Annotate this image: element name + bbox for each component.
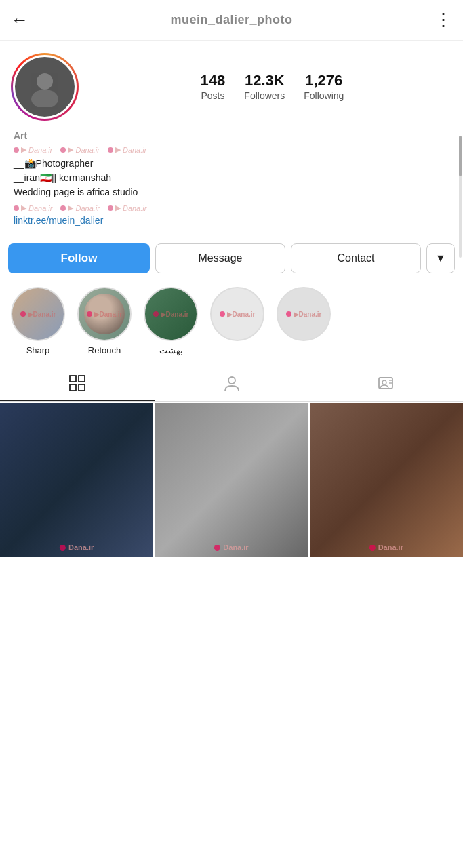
dropdown-button[interactable]: ▼: [426, 243, 455, 273]
highlight-circle-behesht: ▶Dana.ir: [144, 287, 198, 341]
follow-button[interactable]: Follow: [8, 243, 150, 273]
highlight-label-sharp: Sharp: [26, 345, 50, 355]
highlight-sharp[interactable]: ▶Dana.ir Sharp: [11, 287, 65, 355]
contact-icon: [377, 374, 395, 392]
highlight-circle-retouch: ▶Dana.ir: [77, 287, 132, 341]
message-button[interactable]: Message: [155, 243, 285, 273]
grid-tab[interactable]: [0, 366, 155, 401]
bio-section: Art ▶ Dana.ir ▶ Dana.ir ▶ Dana.ir __📸Pho…: [11, 130, 452, 226]
posts-stat[interactable]: 148 Posts: [201, 72, 226, 102]
avatar-ring[interactable]: [11, 53, 79, 121]
bio-line2: __iran🇮🇷|| kermanshah: [14, 171, 449, 185]
scroll-indicator: [459, 136, 462, 258]
back-button[interactable]: ←: [11, 9, 28, 31]
photo-grid: Dana.ir Dana.ir Dana.ir: [0, 403, 463, 557]
highlight-behesht[interactable]: ▶Dana.ir بهشت: [144, 287, 198, 355]
highlight-empty1[interactable]: ▶Dana.ir: [210, 287, 264, 355]
scroll-thumb: [459, 136, 462, 176]
followers-count: 12.3K: [244, 72, 285, 90]
watermark-bio-row1: ▶ Dana.ir ▶ Dana.ir ▶ Dana.ir: [14, 145, 449, 154]
followers-stat[interactable]: 12.3K Followers: [244, 72, 285, 102]
more-options-button[interactable]: ⋮: [435, 9, 452, 31]
watermark-bio-row2: ▶ Dana.ir ▶ Dana.ir ▶ Dana.ir: [14, 203, 449, 212]
svg-rect-2: [70, 376, 76, 382]
followers-label: Followers: [244, 90, 285, 101]
tabs-row: [0, 366, 463, 402]
header-username: muein_dalier_photo: [35, 13, 428, 27]
bio-name: Art: [14, 130, 449, 141]
following-count: 1,276: [304, 72, 344, 90]
avatar: [13, 55, 77, 119]
grid-icon: [68, 374, 86, 392]
posts-count: 148: [201, 72, 226, 90]
bio-link[interactable]: linktr.ee/muein_dalier: [14, 215, 449, 226]
tag-icon: [223, 374, 241, 392]
svg-point-1: [31, 90, 58, 107]
highlight-empty2[interactable]: ▶Dana.ir: [277, 287, 331, 355]
contact-button[interactable]: Contact: [291, 243, 421, 273]
contact-tab[interactable]: [308, 366, 463, 401]
highlight-retouch[interactable]: ▶Dana.ir Retouch: [77, 287, 132, 355]
following-stat[interactable]: 1,276 Following: [304, 72, 344, 102]
profile-stats: 148 Posts 12.3K Followers 1,276 Followin…: [92, 72, 452, 102]
header: ← muein_dalier_photo ⋮: [0, 0, 463, 41]
profile-section: 148 Posts 12.3K Followers 1,276 Followin…: [0, 41, 463, 233]
photo-cell-2[interactable]: Dana.ir: [155, 403, 308, 557]
photo-cell-3[interactable]: Dana.ir: [310, 403, 463, 557]
highlight-label-retouch: Retouch: [88, 345, 121, 355]
action-buttons: Follow Message Contact ▼: [8, 243, 455, 273]
highlight-circle-empty1: ▶Dana.ir: [210, 287, 264, 341]
svg-point-0: [37, 73, 53, 90]
tag-tab[interactable]: [155, 366, 309, 401]
svg-rect-3: [79, 376, 85, 382]
svg-rect-4: [70, 384, 76, 391]
highlight-circle-sharp: ▶Dana.ir: [11, 287, 65, 341]
highlight-circle-empty2: ▶Dana.ir: [277, 287, 331, 341]
svg-rect-5: [79, 384, 85, 391]
bio-line1: __📸Photographer: [14, 157, 449, 171]
svg-point-6: [228, 377, 235, 384]
posts-label: Posts: [201, 90, 224, 101]
following-label: Following: [304, 90, 344, 101]
profile-top: 148 Posts 12.3K Followers 1,276 Followin…: [11, 53, 452, 121]
photo-cell-1[interactable]: Dana.ir: [0, 403, 153, 557]
highlights-section: ▶Dana.ir Sharp ▶Dana.ir Retouch: [0, 281, 463, 366]
bio-line3: Wedding page is africa studio: [14, 185, 449, 199]
svg-point-8: [382, 380, 386, 384]
highlight-label-behesht: بهشت: [159, 345, 183, 355]
